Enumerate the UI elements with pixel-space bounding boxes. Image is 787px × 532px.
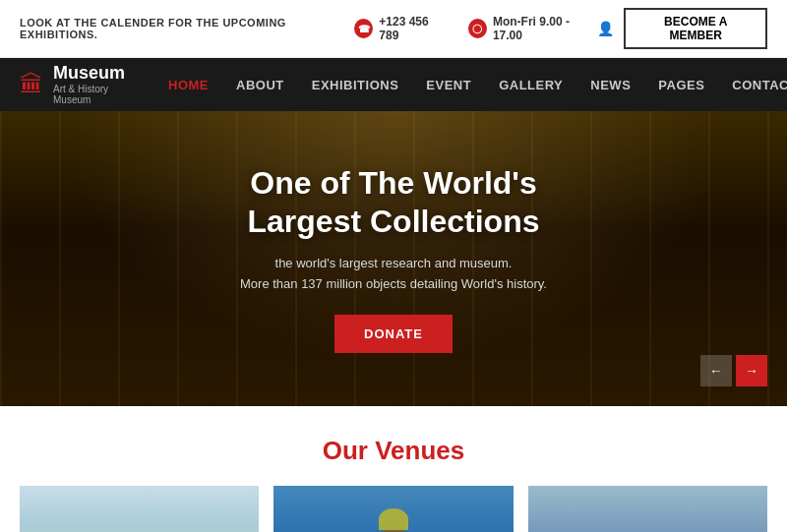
venues-title: Our Venues xyxy=(20,436,767,466)
nav-link-news[interactable]: NEWS xyxy=(576,58,644,111)
donate-button[interactable]: DONATE xyxy=(334,315,453,353)
logo[interactable]: 🏛 Museum Art & History Museum xyxy=(20,64,125,105)
hero-subtitle-line2: More than 137 million objects detailing … xyxy=(240,276,547,291)
hero-prev-button[interactable]: ← xyxy=(700,355,732,386)
nav-link-contact[interactable]: CONTACT xyxy=(718,58,787,111)
user-icon: 👤 xyxy=(597,21,614,36)
tower-center-dome xyxy=(379,508,408,530)
hours-text: Mon-Fri 9.00 - 17.00 xyxy=(493,15,598,42)
clock-icon: ◯ xyxy=(468,19,487,38)
top-bar-right: 👤 BECOME A MEMBER xyxy=(597,8,767,49)
nav-link-gallery[interactable]: GALLERY xyxy=(485,58,576,111)
hero-section: One of The World'sLargest Collections th… xyxy=(0,111,787,406)
nav-link-about[interactable]: ABOUT xyxy=(222,58,298,111)
top-bar: LOOK AT THE CALENDER FOR THE UPCOMING EX… xyxy=(0,0,787,58)
nav-link-pages[interactable]: PAGES xyxy=(644,58,718,111)
logo-subtitle: Art & History Museum xyxy=(53,84,125,105)
nav-link-home[interactable]: HOME xyxy=(154,58,222,111)
top-bar-message: LOOK AT THE CALENDER FOR THE UPCOMING EX… xyxy=(20,17,354,40)
nav-link-exhibitions[interactable]: EXHIBITIONS xyxy=(298,58,413,111)
hours-info: ◯ Mon-Fri 9.00 - 17.00 xyxy=(468,15,598,42)
museum-logo-icon: 🏛 xyxy=(20,71,43,98)
become-member-button[interactable]: BECOME A MEMBER xyxy=(624,8,767,49)
venue-image-capitol xyxy=(528,486,767,532)
venue-card-louvre[interactable] xyxy=(20,486,259,532)
navbar: 🏛 Museum Art & History Museum HOME ABOUT… xyxy=(0,58,787,111)
venues-grid: Exhibit Showroom This historic house was… xyxy=(20,486,767,532)
venues-title-highlight: Our xyxy=(323,436,368,465)
venues-title-rest: Venues xyxy=(368,436,464,465)
phone-info: ☎ +123 456 789 xyxy=(354,15,449,42)
venue-image-louvre xyxy=(20,486,259,532)
venue-card-capitol[interactable] xyxy=(528,486,767,532)
phone-number: +123 456 789 xyxy=(379,15,448,42)
phone-icon: ☎ xyxy=(354,19,373,38)
venue-image-stbasil: Exhibit Showroom This historic house was… xyxy=(273,486,513,532)
hero-subtitle: the world's largest research and museum.… xyxy=(240,254,547,295)
louvre-bg xyxy=(20,486,259,532)
hero-navigation: ← → xyxy=(700,355,767,386)
nav-link-event[interactable]: EVENT xyxy=(412,58,485,111)
hero-content: One of The World'sLargest Collections th… xyxy=(240,164,547,352)
venue-card-stbasil[interactable]: Exhibit Showroom This historic house was… xyxy=(273,486,513,532)
hero-next-button[interactable]: → xyxy=(736,355,767,386)
hero-subtitle-line1: the world's largest research and museum. xyxy=(275,256,513,270)
top-bar-center: ☎ +123 456 789 ◯ Mon-Fri 9.00 - 17.00 xyxy=(354,15,597,42)
hero-title: One of The World'sLargest Collections xyxy=(240,164,547,240)
nav-links: HOME ABOUT EXHIBITIONS EVENT GALLERY NEW… xyxy=(154,58,787,111)
venues-section: Our Venues xyxy=(0,406,787,532)
logo-title: Museum xyxy=(53,64,125,84)
logo-text-block: Museum Art & History Museum xyxy=(53,64,125,105)
